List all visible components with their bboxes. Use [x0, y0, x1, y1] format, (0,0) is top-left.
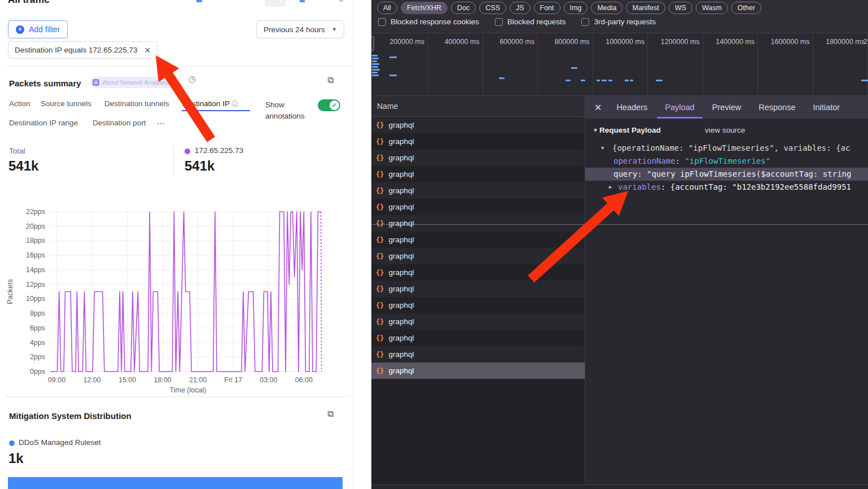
request-row[interactable]: {}graphql: [371, 313, 585, 330]
request-name: graphql: [388, 170, 414, 178]
request-row[interactable]: {}graphql: [371, 182, 585, 199]
request-waterfall-mark: [372, 69, 380, 71]
close-icon[interactable]: ✕: [594, 102, 602, 113]
request-row[interactable]: {}graphql: [371, 297, 585, 313]
network-overview-timeline[interactable]: 200000 ms400000 ms600000 ms800000 ms1000…: [371, 33, 868, 96]
request-waterfall-mark: [630, 80, 633, 81]
show-annotations-toggle[interactable]: ✓: [318, 99, 340, 111]
payload-segment-key: operationName: [613, 156, 676, 165]
payload-tree: ▼{operationName: "ipFlowTimeseries", var…: [585, 142, 868, 194]
tab-⋯[interactable]: ⋯: [157, 119, 165, 128]
tab-destination-port[interactable]: Destination port: [93, 119, 146, 127]
svg-text:12pps: 12pps: [26, 281, 45, 289]
filter-pill-font[interactable]: Font: [534, 2, 560, 14]
request-waterfall-mark: [389, 56, 397, 58]
expanded-triangle-icon[interactable]: ▼: [601, 142, 604, 155]
detail-tab-headers[interactable]: Headers: [616, 96, 647, 119]
detail-tab-initiator[interactable]: Initiator: [813, 96, 840, 119]
checkbox-3rd-party-requests[interactable]: 3rd-party requests: [581, 18, 656, 26]
svg-text:20pps: 20pps: [26, 222, 45, 230]
filter-pill-fetch-xhr[interactable]: Fetch/XHR: [401, 2, 448, 14]
svg-text:4pps: 4pps: [30, 339, 45, 347]
request-name: graphql: [388, 350, 414, 359]
add-filter-button[interactable]: + Add filter: [8, 20, 68, 38]
tab-destination-ip[interactable]: Destination IP ⓘ: [182, 99, 238, 109]
filter-pill-wasm[interactable]: Wasm: [696, 2, 728, 14]
filter-pill-ws[interactable]: WS: [669, 2, 692, 14]
time-range-dropdown[interactable]: Previous 24 hours ▼: [256, 20, 344, 38]
filter-pill-manifest[interactable]: Manifest: [626, 2, 665, 14]
request-payload-header: ▼ Request Payload view source: [585, 126, 868, 137]
about-network-analytics-badge[interactable]: ▥ About Network Analytics: [90, 77, 174, 88]
json-file-icon: {}: [376, 318, 384, 326]
info-icon: ⓘ: [230, 100, 238, 108]
payload-tree-row[interactable]: query: "query ipFlowTimeseries($accountT…: [585, 168, 868, 181]
svg-text:21:00: 21:00: [189, 376, 207, 384]
payload-tree-row[interactable]: ▶variables: {accountTag: "b12e3b2192ee55…: [585, 181, 868, 194]
payload-row-text: operationName: "ipFlowTimeseries": [585, 155, 770, 168]
detail-tab-payload[interactable]: Payload: [665, 96, 694, 119]
request-row[interactable]: {}graphql: [371, 330, 585, 346]
packets-timeseries-chart: 0pps2pps4pps6pps8pps10pps12pps14pps16pps…: [0, 199, 350, 394]
checkbox-blocked-requests[interactable]: Blocked requests: [495, 18, 566, 26]
timeline-divider: [647, 33, 648, 96]
tab-action[interactable]: Action: [9, 99, 30, 108]
filter-pill-all[interactable]: All: [377, 2, 397, 14]
tab-destination-ip-range[interactable]: Destination IP range: [9, 119, 78, 127]
request-waterfall-mark: [372, 58, 379, 59]
svg-text:14pps: 14pps: [26, 266, 45, 274]
json-file-icon: {}: [376, 302, 384, 309]
request-row[interactable]: {}graphql: [371, 346, 585, 363]
filter-pill-media[interactable]: Media: [591, 2, 622, 14]
collapsed-triangle-icon[interactable]: ▶: [609, 181, 612, 194]
checkbox-icon[interactable]: [495, 18, 503, 26]
filter-pill-img[interactable]: Img: [564, 2, 588, 14]
detail-tab-preview[interactable]: Preview: [712, 96, 742, 119]
tab-destination-tunnels[interactable]: Destination tunnels: [104, 99, 169, 108]
detail-tab-response[interactable]: Response: [759, 96, 795, 119]
view-source-link[interactable]: view source: [705, 126, 745, 134]
request-row[interactable]: {}graphql: [371, 117, 585, 133]
payload-tree-row[interactable]: operationName: "ipFlowTimeseries": [585, 155, 868, 168]
svg-text:2pps: 2pps: [30, 353, 45, 361]
request-row[interactable]: {}graphql: [371, 150, 585, 166]
expand-card-icon[interactable]: ⧉: [327, 409, 334, 419]
filter-pill-other[interactable]: Other: [731, 2, 761, 14]
request-waterfall-mark: [625, 80, 629, 81]
request-name: graphql: [388, 301, 414, 309]
request-row[interactable]: {}graphql: [371, 199, 585, 215]
clipped-toolbar-fragment: [339, 0, 343, 2]
request-row[interactable]: {}graphql: [371, 281, 585, 297]
timeline-drag-handle[interactable]: [371, 36, 374, 51]
payload-tree-row[interactable]: ▼{operationName: "ipFlowTimeseries", var…: [585, 142, 868, 155]
checkbox-blocked-response-cookies[interactable]: Blocked response cookies: [378, 18, 479, 26]
request-row[interactable]: {}graphql: [371, 166, 585, 182]
filter-pill-js[interactable]: JS: [510, 2, 531, 14]
filter-pill-css[interactable]: CSS: [479, 2, 506, 14]
checkbox-icon[interactable]: [378, 18, 386, 26]
expand-card-icon[interactable]: ⧉: [327, 75, 334, 85]
request-row[interactable]: {}graphql: [371, 248, 585, 264]
timeline-divider: [427, 33, 428, 96]
remove-filter-icon[interactable]: ✕: [144, 46, 151, 55]
request-name: graphql: [388, 154, 414, 162]
checkbox-icon[interactable]: [581, 18, 589, 26]
svg-text:09:00: 09:00: [48, 376, 65, 384]
request-row[interactable]: {}graphql: [371, 264, 585, 281]
timeline-tick-label: 1600000 ms: [771, 38, 810, 46]
request-row[interactable]: {}graphql: [371, 232, 585, 248]
filter-pill-doc[interactable]: Doc: [451, 2, 476, 14]
mitigation-value: 1k: [8, 451, 24, 466]
request-row[interactable]: {}graphql: [371, 133, 585, 150]
series-legend-dot: [185, 149, 190, 154]
payload-row-text: query: "query ipFlowTimeseries($accountT…: [585, 168, 851, 181]
collapse-triangle-icon[interactable]: ▼: [593, 127, 598, 133]
tab-source-tunnels[interactable]: Source tunnels: [41, 99, 91, 108]
name-column-header[interactable]: Name: [371, 96, 585, 117]
filter-chip: Destination IP equals 172.65.225.73 ✕: [8, 41, 157, 59]
request-waterfall-mark: [581, 80, 585, 81]
request-row[interactable]: {}graphql: [371, 215, 585, 232]
add-filter-label: Add filter: [29, 25, 60, 34]
request-row[interactable]: {}graphql: [371, 363, 585, 379]
svg-text:12:00: 12:00: [83, 376, 100, 384]
